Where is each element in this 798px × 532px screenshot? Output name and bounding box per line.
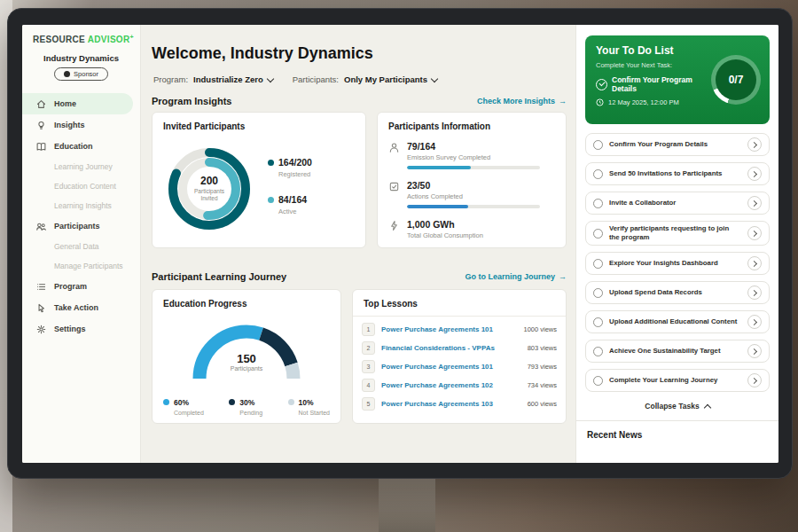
legend-dot [268,197,274,203]
participants-information-card: Participants Information 79/164 Emission… [377,112,567,248]
lesson-rank: 1 [362,323,375,336]
task-open-button[interactable] [747,137,762,152]
sidebar-item-education[interactable]: Education [22,136,140,157]
settings-gear-icon [35,323,47,335]
emission-survey-icon [388,141,400,169]
todo-progress-ring: 0/7 [711,55,761,105]
sidebar-item-home[interactable]: Home [22,93,133,114]
task-open-button[interactable] [747,167,762,181]
lesson-rank: 4 [362,379,375,392]
chevron-up-icon [703,404,710,411]
actions-checklist-icon [388,180,400,208]
lesson-rank: 2 [362,341,375,355]
participants-select[interactable]: Only My Participants [344,74,437,84]
lesson-link[interactable]: Power Purchase Agreements 102 [381,381,521,389]
gauge-center-label: 150 Participants [231,352,263,372]
lesson-link[interactable]: Power Purchase Agreements 101 [381,363,521,371]
legend-item-active: 84/164 Active [268,191,312,215]
todo-panel: Your To Do List Complete Your Next Task:… [575,25,778,463]
chevron-right-icon [751,319,757,325]
program-filter-label: Program: [153,74,188,84]
sidebar-item-general-data[interactable]: General Data [22,237,140,256]
task-checkbox[interactable] [593,288,603,298]
info-row-actions: 23/50 Actions Completed [388,180,540,208]
lesson-link[interactable]: Financial Considerations - VPPAs [381,344,521,352]
task-checkbox[interactable] [593,347,603,356]
task-open-button[interactable] [747,226,762,240]
task-checkbox[interactable] [593,229,603,239]
chevron-right-icon [751,200,757,206]
check-more-insights-link[interactable]: Check More Insights → [477,97,567,106]
task-confirm-program[interactable]: Confirm Your Program Details [585,133,770,156]
page-title: Welcome, Industry Dynamics [152,44,373,63]
monitor-bezel: RESOURCE ADVISOR+ Industry Dynamics Spon… [7,8,793,479]
program-insights-section-header: Program Insights Check More Insights → [152,96,567,106]
lesson-row: 1 Power Purchase Agreements 101 1000 vie… [362,320,557,339]
task-checkbox[interactable] [593,169,603,179]
chevron-right-icon [751,141,757,147]
lesson-views: 1000 views [523,325,557,333]
app-logo: RESOURCE ADVISOR+ [22,25,140,44]
sidebar-item-insights[interactable]: Insights [22,114,140,136]
task-achieve-sustainability-target[interactable]: Achieve One Sustainability Target [585,340,770,363]
task-checkbox[interactable] [593,199,603,208]
sidebar-item-manage-participants[interactable]: Manage Participants [22,256,140,276]
app-window: RESOURCE ADVISOR+ Industry Dynamics Spon… [22,25,778,463]
sidebar-item-program[interactable]: Program [22,276,140,297]
task-checkbox[interactable] [593,317,603,327]
program-select[interactable]: Industrialize Zero [193,74,273,84]
sidebar-item-take-action[interactable]: Take Action [22,297,140,318]
chevron-right-icon [751,261,757,267]
task-open-button[interactable] [747,256,762,270]
task-complete-learning-journey[interactable]: Complete Your Learning Journey [585,369,770,392]
task-upload-spend-data[interactable]: Upload Spend Data Records [585,281,770,304]
task-open-button[interactable] [747,286,762,300]
participants-filter-label: Participants: [293,74,339,84]
sidebar-item-learning-insights[interactable]: Learning Insights [22,196,140,215]
section-title: Participant Learning Journey [152,271,286,282]
sponsor-label: Sponsor [74,70,98,78]
card-title: Top Lessons [353,290,566,317]
task-open-button[interactable] [747,196,762,210]
go-to-learning-journey-link[interactable]: Go to Learning Journey → [465,272,567,281]
lesson-link[interactable]: Power Purchase Agreements 103 [381,400,521,408]
education-icon [35,140,47,153]
task-checkbox[interactable] [593,376,603,386]
recent-news-heading: Recent News [585,421,770,449]
task-open-button[interactable] [747,344,762,358]
task-checkbox[interactable] [593,259,603,269]
sidebar-item-settings[interactable]: Settings [22,318,140,340]
learning-journey-section-header: Participant Learning Journey Go to Learn… [152,271,567,282]
collapse-tasks-button[interactable]: Collapse Tasks [585,402,770,411]
task-upload-educational-content[interactable]: Upload Additional Educational Content [585,310,770,333]
legend-dot [163,399,169,405]
sidebar-item-education-content[interactable]: Education Content [22,176,140,196]
chevron-right-icon [751,231,757,237]
info-row-consumption: 1,000 GWh Total Global Consumption [388,219,483,239]
task-open-button[interactable] [747,373,762,387]
chevron-right-icon [751,348,757,355]
lesson-views: 600 views [528,400,557,408]
lesson-link[interactable]: Power Purchase Agreements 101 [381,325,517,333]
task-invite-collaborator[interactable]: Invite a Collaborator [585,192,770,215]
chevron-right-icon [751,290,757,296]
sidebar-item-participants[interactable]: Participants [22,215,140,237]
task-explore-insights[interactable]: Explore Your Insights Dashboard [585,252,770,275]
donut-legend: 164/200 Registered 84/164 Active [268,153,312,228]
sponsor-badge[interactable]: Sponsor [54,67,108,81]
task-verify-participants[interactable]: Verify participants requesting to join t… [585,221,770,246]
legend-item-pending: 30% Pending [229,393,262,416]
program-list-icon [35,280,47,293]
chevron-right-icon [751,170,757,176]
legend-item-completed: 60% Completed [163,393,204,416]
check-circle-icon [596,79,607,90]
task-checkbox[interactable] [593,140,603,150]
todo-task-list: Confirm Your Program Details Send 50 Inv… [585,133,770,392]
task-open-button[interactable] [747,315,762,329]
sidebar-item-learning-journey[interactable]: Learning Journey [22,157,140,176]
arrow-right-icon: → [559,97,567,106]
lesson-row: 3 Power Purchase Agreements 101 793 view… [362,357,557,376]
task-send-invitations[interactable]: Send 50 Invitations to Participants [585,162,770,185]
card-title: Invited Participants [153,113,365,131]
filters-bar: Program: Industrialize Zero Participants… [153,74,437,84]
